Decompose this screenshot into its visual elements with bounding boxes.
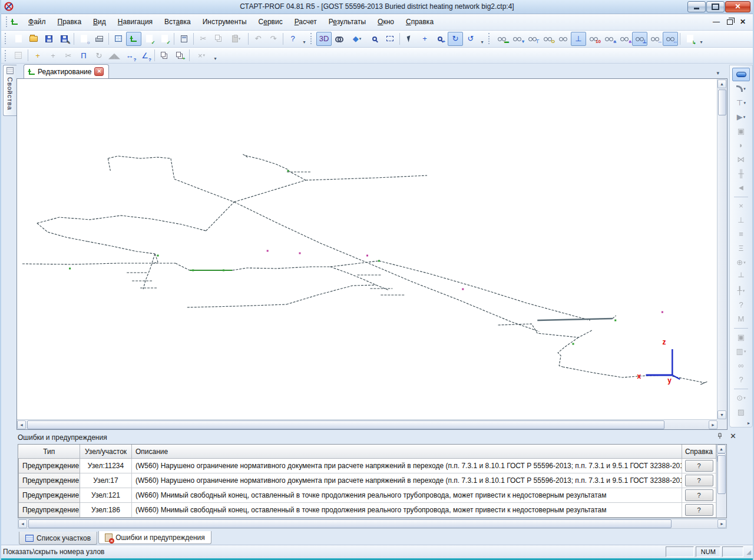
toolbar-overflow-button[interactable]: ▾ [300,32,308,46]
measure-distance-button[interactable]: ↔? [122,48,137,62]
pin-icon[interactable] [717,433,723,439]
delete-dropdown-icon[interactable]: ▾ [203,53,206,58]
menu-справка[interactable]: Справка [400,15,439,28]
gauge-element-dropdown-icon[interactable]: ▾ [743,396,746,400]
help-button[interactable]: ? [685,504,713,516]
paste-dropdown-icon[interactable]: ▾ [239,37,241,41]
print-preview-button[interactable]: ○ [76,32,91,46]
rotate-mode-button[interactable]: ↻ [448,32,463,46]
menu-файл[interactable]: Файл [22,15,52,28]
col-help[interactable]: Справка [682,445,716,459]
table-scroll-up-arrow[interactable]: ▲ [717,445,726,453]
copy-fragment-button[interactable] [157,48,172,62]
menu-вид[interactable]: Вид [87,15,112,28]
units-editor-button[interactable] [111,32,126,46]
model-editor-button[interactable] [126,32,141,46]
vertical-scroll-thumb[interactable] [718,90,726,115]
menu-инструменты[interactable]: Инструменты [197,15,253,28]
show-support-symbols-button[interactable]: ⊥ [571,32,586,46]
mdi-close-button[interactable]: ✕ [740,18,746,25]
spring-hanger-dropdown-icon[interactable]: ▾ [743,260,746,265]
pan-mode-button[interactable]: + [417,32,432,46]
show-supports-button[interactable]: ⊤ [525,32,540,46]
open-file-button[interactable] [26,32,41,46]
mdi-restore-button[interactable] [727,19,733,25]
close-button[interactable]: ✕ [725,1,750,12]
canvas-vertical-scrollbar[interactable]: ▲ ▼ [717,79,727,420]
paste-fragment-button[interactable]: + [172,48,187,62]
horizontal-scroll-thumb[interactable] [27,420,664,429]
menu-результаты[interactable]: Результаты [323,15,372,28]
context-help-button[interactable]: ? [285,32,300,46]
table-row[interactable]: ПредупреждениеУзел:11234(W560) Нарушено … [19,459,716,473]
table-row[interactable]: ПредупреждениеУзел:17(W560) Нарушено огр… [19,473,716,488]
help-button[interactable]: ? [685,460,713,472]
show-pipes-button[interactable]: ▬ [494,32,510,46]
tab-close-icon[interactable]: ✕ [94,67,104,76]
pipe-element-button[interactable] [732,68,750,81]
col-description[interactable]: Описание [132,445,682,459]
save-file-button[interactable] [41,32,57,46]
mdi-minimize-button[interactable]: — [713,18,720,25]
show-dim-arrows-button[interactable]: ↔ [663,32,678,46]
show-dimensions-button[interactable]: ↔ [647,32,663,46]
show-names-button[interactable]: a [601,32,617,46]
calculator-button[interactable] [176,32,191,46]
menu-сервис[interactable]: Сервис [253,15,289,28]
toolbar-overflow-button[interactable]: ▾ [478,32,486,46]
menu-вставка[interactable]: Вставка [158,15,197,28]
start-calculation-button[interactable]: ✓ [157,32,172,46]
panel-close-icon[interactable]: ✕ [730,432,736,440]
table-vertical-scrollbar[interactable]: ▲ ▼ [716,445,726,518]
toolbar-overflow-button[interactable]: ▾ [697,32,705,46]
view-3d-button[interactable]: 3D [316,32,332,46]
table-horizontal-scrollbar[interactable]: ◄ ► [18,519,727,529]
minimize-button[interactable] [687,1,706,12]
show-lengths-button[interactable]: 10 [586,32,601,46]
select-mode-button[interactable] [402,32,417,46]
reducer-element-button[interactable]: ▶▾ [732,110,750,124]
table-row[interactable]: ПредупреждениеУзел:186(W660) Мнимый своб… [19,503,716,518]
zoom-window-button[interactable] [382,32,398,46]
properties-side-tab[interactable]: Свойства [3,65,16,115]
toolbar-overflow-button[interactable]: ▾ [211,48,219,62]
elements-toolbar-overflow[interactable]: ▸ [748,419,752,426]
table-scroll-thumb[interactable] [717,455,726,494]
show-node-numbers-button[interactable]: O [540,32,555,46]
new-file-button[interactable] [11,32,26,46]
insert-loop-button[interactable]: П [76,48,91,62]
table-horizontal-thumb[interactable] [28,519,672,528]
scroll-right-arrow[interactable]: ► [709,420,717,429]
table-row[interactable]: ПредупреждениеУзел:121(W660) Мнимый своб… [19,488,716,503]
table-scroll-right-arrow[interactable]: ► [717,519,726,528]
check-model-button[interactable]: ✓ [141,32,157,46]
report-button[interactable]: ↳ [682,32,697,46]
projection-button[interactable]: ◆▾ [347,32,367,46]
scroll-left-arrow[interactable]: ◄ [17,420,26,429]
tab-list-chevron-icon[interactable]: ▾ [716,70,719,76]
model-canvas[interactable]: zxy [17,79,717,420]
show-restraints-button[interactable]: ⊥ [632,32,647,46]
bellows-joint-dropdown-icon[interactable]: ▾ [744,349,746,354]
tee-element-dropdown-icon[interactable]: ▾ [743,101,746,105]
find-button[interactable] [332,32,347,46]
orbit-mode-button[interactable]: ↺ [463,32,478,46]
col-node[interactable]: Узел/участок [80,445,132,459]
tab-segments-list[interactable]: Список участков [19,532,97,545]
scroll-down-arrow[interactable]: ▼ [717,410,726,419]
tee-element-button[interactable]: ⊤▾ [732,96,750,110]
maximize-button[interactable] [706,1,725,12]
menu-навигация[interactable]: Навигация [112,15,158,28]
col-type[interactable]: Тип [19,445,80,459]
measure-angle-button[interactable]: ∠? [137,48,153,62]
tab-errors-warnings[interactable]: Ошибки и предупреждения [98,531,211,544]
zoom-mode-button[interactable]: + [432,32,448,46]
menu-правка[interactable]: Правка [52,15,88,28]
menu-окно[interactable]: Окно [372,15,400,28]
zoom-region-button[interactable] [367,32,382,46]
print-button[interactable] [91,32,107,46]
table-scroll-left-arrow[interactable]: ◄ [18,519,27,528]
save-as-button[interactable]: ✎ [57,32,72,46]
show-support-names-button[interactable]: a [617,32,632,46]
resize-grip[interactable]: ◢ [746,549,751,555]
